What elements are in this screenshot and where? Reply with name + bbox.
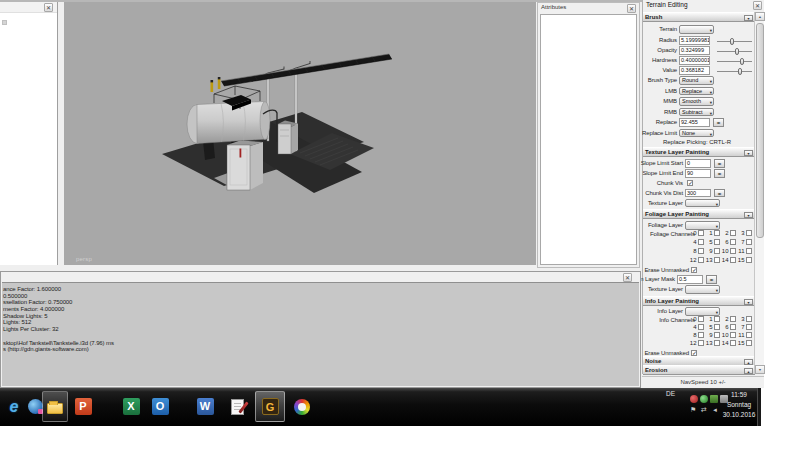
foliage-layer-dropdown[interactable]: ▾ bbox=[685, 221, 720, 230]
foliage-channel-checkbox[interactable] bbox=[714, 239, 720, 245]
value-slider[interactable] bbox=[717, 67, 752, 75]
info-channel-checkbox[interactable] bbox=[698, 316, 704, 322]
foliage-channel-checkbox[interactable] bbox=[698, 230, 704, 236]
texture-layer-dropdown[interactable]: ▾ bbox=[685, 199, 720, 208]
foliage-channel-checkbox[interactable] bbox=[746, 230, 752, 236]
scenegraph-panel[interactable]: ✕ bbox=[0, 2, 58, 265]
texture-section-header[interactable]: Texture Layer Painting ▼ bbox=[643, 147, 755, 157]
hardness-input[interactable]: 0.40000001 bbox=[679, 56, 710, 65]
info-channel-checkbox[interactable] bbox=[714, 332, 720, 338]
info-channel-checkbox[interactable] bbox=[730, 332, 736, 338]
rmb-dropdown[interactable]: Subtract▾ bbox=[679, 108, 714, 117]
info-channel-checkbox[interactable] bbox=[714, 340, 720, 346]
taskbar-word[interactable]: W bbox=[192, 391, 218, 422]
sync-icon[interactable]: ⇄ bbox=[701, 406, 707, 414]
info-channel-checkbox[interactable] bbox=[698, 324, 704, 330]
foliage-texture-layer-dropdown[interactable]: ▾ bbox=[685, 285, 720, 294]
language-indicator[interactable]: DE bbox=[666, 390, 675, 397]
chunk-dist-input[interactable]: 300 bbox=[685, 189, 711, 198]
foliage-channel-checkbox[interactable] bbox=[698, 239, 704, 245]
lmb-dropdown[interactable]: Replace▾ bbox=[679, 87, 714, 96]
chevron-down-icon[interactable]: ▼ bbox=[744, 15, 753, 22]
info-channel-checkbox[interactable] bbox=[698, 340, 704, 346]
foliage-channel-checkbox[interactable] bbox=[698, 248, 704, 254]
taskbar-windows-explorer[interactable] bbox=[42, 391, 68, 422]
spinner-icon[interactable]: ◂▸ bbox=[714, 189, 725, 198]
taskbar-graphics-tool[interactable] bbox=[289, 391, 315, 422]
close-icon[interactable]: ✕ bbox=[623, 273, 632, 282]
close-icon[interactable]: ✕ bbox=[627, 4, 636, 13]
foliage-channel-checkbox[interactable] bbox=[746, 239, 752, 245]
foliage-channel-checkbox[interactable] bbox=[730, 248, 736, 254]
info-channel-checkbox[interactable] bbox=[746, 324, 752, 330]
info-channel-checkbox[interactable] bbox=[730, 316, 736, 322]
slope-end-input[interactable]: 90 bbox=[685, 169, 711, 178]
foliage-channel-checkbox[interactable] bbox=[730, 230, 736, 236]
foliage-channel-checkbox[interactable] bbox=[698, 257, 704, 263]
foliage-section-header[interactable]: Foliage Layer Painting ▼ bbox=[643, 209, 755, 219]
erosion-section-header[interactable]: Erosion ▲ bbox=[643, 365, 755, 375]
foliage-channel-checkbox[interactable] bbox=[746, 248, 752, 254]
taskbar-excel[interactable]: X bbox=[118, 391, 144, 422]
scroll-down-icon[interactable]: ▼ bbox=[755, 365, 765, 374]
opacity-input[interactable]: 0.324999 bbox=[679, 46, 710, 55]
foliage-channel-checkbox[interactable] bbox=[714, 248, 720, 254]
replace-input[interactable]: 92.455 bbox=[679, 118, 710, 127]
chevron-up-icon[interactable]: ▲ bbox=[744, 368, 753, 375]
info-channel-checkbox[interactable] bbox=[714, 324, 720, 330]
scroll-up-icon[interactable]: ▲ bbox=[755, 12, 765, 21]
attributes-panel[interactable]: Attributes ✕ bbox=[537, 2, 640, 268]
hardness-slider[interactable] bbox=[717, 57, 752, 65]
tray-clock-time[interactable]: 11:59 bbox=[720, 391, 758, 398]
terrain-dropdown[interactable]: ▾ bbox=[679, 25, 714, 34]
brush-section-header[interactable]: Brush ▼ bbox=[643, 12, 755, 22]
viewport-3d[interactable]: persp bbox=[64, 2, 536, 265]
scrollbar-thumb[interactable] bbox=[756, 23, 764, 238]
foliage-channel-checkbox[interactable] bbox=[730, 239, 736, 245]
foliage-channel-checkbox[interactable] bbox=[714, 230, 720, 236]
taskbar-outlook[interactable]: O bbox=[147, 391, 173, 422]
terrain-panel-scrollbar[interactable]: ▲ ▼ bbox=[754, 12, 764, 374]
tray-app-green-icon[interactable] bbox=[710, 395, 718, 403]
taskbar-document-viewer[interactable] bbox=[224, 391, 250, 422]
chevron-down-icon[interactable]: ▼ bbox=[744, 212, 753, 219]
chevron-down-icon[interactable]: ▼ bbox=[744, 299, 753, 306]
radius-slider[interactable] bbox=[717, 37, 752, 45]
taskbar-powerpoint[interactable]: P bbox=[70, 391, 96, 422]
erase-unmasked-checkbox[interactable] bbox=[691, 267, 697, 273]
mmb-dropdown[interactable]: Smooth▾ bbox=[679, 97, 714, 106]
chunk-vis-checkbox[interactable] bbox=[687, 180, 693, 186]
replace-limit-dropdown[interactable]: None▾ bbox=[679, 129, 714, 138]
tray-status-green-icon[interactable] bbox=[700, 395, 708, 403]
terrain-layer-mask-input[interactable]: 0.5 bbox=[677, 275, 703, 284]
info-channel-checkbox[interactable] bbox=[746, 340, 752, 346]
tray-clock-date[interactable]: 30.10.2016 bbox=[720, 411, 758, 418]
spinner-icon[interactable]: ◂▸ bbox=[714, 169, 725, 178]
info-channel-checkbox[interactable] bbox=[746, 316, 752, 322]
foliage-channel-checkbox[interactable] bbox=[730, 257, 736, 263]
tray-clock-day[interactable]: Sonntag bbox=[720, 401, 758, 408]
info-channel-checkbox[interactable] bbox=[714, 316, 720, 322]
taskbar-giants-editor[interactable]: G bbox=[255, 391, 285, 422]
spinner-icon[interactable]: ◂▸ bbox=[706, 275, 717, 284]
spinner-icon[interactable]: ◂▸ bbox=[714, 159, 725, 168]
info-channel-checkbox[interactable] bbox=[746, 332, 752, 338]
opacity-slider[interactable] bbox=[717, 47, 752, 55]
info-channel-checkbox[interactable] bbox=[730, 324, 736, 330]
action-center-flag-icon[interactable]: ⚑ bbox=[690, 406, 696, 414]
chevron-down-icon[interactable]: ▼ bbox=[744, 150, 753, 157]
info-channel-checkbox[interactable] bbox=[730, 340, 736, 346]
info-layer-dropdown[interactable]: ▾ bbox=[685, 307, 720, 316]
foliage-channel-checkbox[interactable] bbox=[714, 257, 720, 263]
radius-input[interactable]: 5.19999981 bbox=[679, 36, 710, 45]
foliage-channel-checkbox[interactable] bbox=[746, 257, 752, 263]
tray-status-red-icon[interactable] bbox=[690, 395, 698, 403]
close-icon[interactable]: ✕ bbox=[44, 3, 53, 12]
show-desktop-button[interactable] bbox=[757, 388, 761, 426]
brush-type-dropdown[interactable]: Round▾ bbox=[679, 76, 714, 85]
log-panel[interactable]: ✕ ance Factor: 1.600000 0.500000 ssellat… bbox=[0, 271, 641, 388]
slope-start-input[interactable]: 0 bbox=[685, 159, 711, 168]
spinner-icon[interactable]: ◂▸ bbox=[713, 118, 724, 127]
value-input[interactable]: 0.368182 bbox=[679, 66, 710, 75]
info-channel-checkbox[interactable] bbox=[698, 332, 704, 338]
